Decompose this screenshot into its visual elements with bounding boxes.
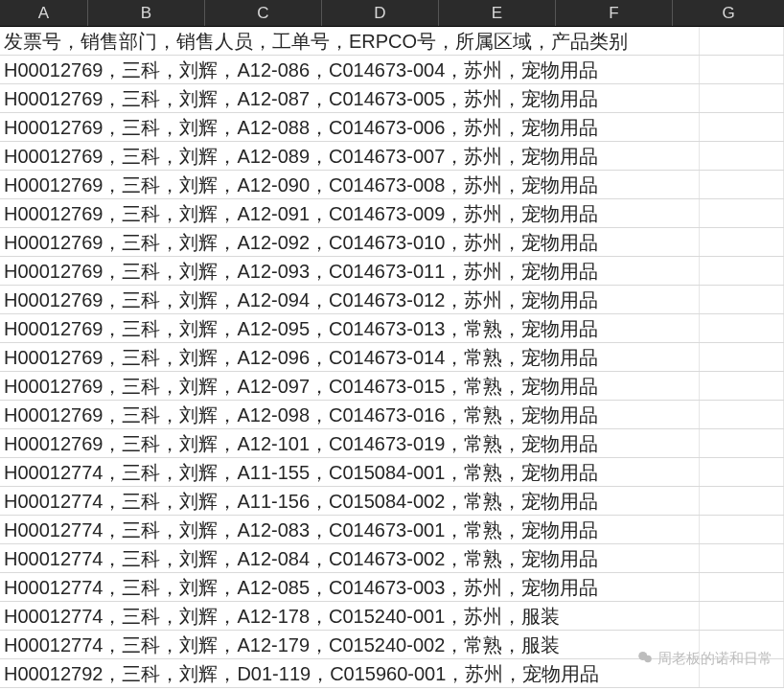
cell-f[interactable] xyxy=(700,544,784,572)
cell-a[interactable]: H00012769，三科，刘辉，A12-093，C014673-011，苏州，宠… xyxy=(0,257,700,285)
cell-a[interactable]: H00012774，三科，刘辉，A12-083，C014673-001，常熟，宠… xyxy=(0,516,700,543)
data-row[interactable]: H00012769，三科，刘辉，A12-092，C014673-010，苏州，宠… xyxy=(0,228,784,257)
cell-f[interactable] xyxy=(700,228,784,256)
data-row[interactable]: H00012774，三科，刘辉，A11-156，C015084-002，常熟，宠… xyxy=(0,487,784,516)
data-row[interactable]: H00012774，三科，刘辉，A12-083，C014673-001，常熟，宠… xyxy=(0,516,784,544)
cell-a[interactable]: H00012769，三科，刘辉，A12-091，C014673-009，苏州，宠… xyxy=(0,199,700,227)
data-row[interactable]: H00012769，三科，刘辉，A12-094，C014673-012，苏州，宠… xyxy=(0,286,784,314)
cell-f[interactable] xyxy=(700,372,784,400)
cell-a[interactable]: H00012774，三科，刘辉，A11-155，C015084-001，常熟，宠… xyxy=(0,458,700,486)
data-row[interactable]: H00012769，三科，刘辉，A12-091，C014673-009，苏州，宠… xyxy=(0,199,784,228)
data-row[interactable]: H00012774，三科，刘辉，A11-155，C015084-001，常熟，宠… xyxy=(0,458,784,487)
cell-a[interactable]: H00012774，三科，刘辉，A12-085，C014673-003，苏州，宠… xyxy=(0,573,700,601)
column-header-b[interactable]: B xyxy=(88,0,205,26)
cell-a[interactable]: H00012769，三科，刘辉，A12-097，C014673-015，常熟，宠… xyxy=(0,372,700,400)
data-row[interactable]: H00012774，三科，刘辉，A12-179，C015240-002，常熟，服… xyxy=(0,631,784,659)
cell-a[interactable]: H00012792，三科，刘辉，D01-119，C015960-001，苏州，宠… xyxy=(0,659,700,687)
cell-a[interactable]: H00012769，三科，刘辉，A12-095，C014673-013，常熟，宠… xyxy=(0,314,700,342)
cell-f[interactable] xyxy=(700,314,784,342)
cell-f[interactable] xyxy=(700,56,784,83)
cell-a[interactable]: H00012769，三科，刘辉，A12-096，C014673-014，常熟，宠… xyxy=(0,343,700,371)
column-header-g[interactable]: G xyxy=(673,0,784,26)
column-header-row: ABCDEFG xyxy=(0,0,784,27)
data-row[interactable]: H00012774，三科，刘辉，A12-178，C015240-001，苏州，服… xyxy=(0,602,784,631)
cell-f[interactable] xyxy=(700,113,784,141)
data-row[interactable]: H00012769，三科，刘辉，A12-086，C014673-004，苏州，宠… xyxy=(0,56,784,84)
data-row[interactable]: H00012774，三科，刘辉，A12-084，C014673-002，常熟，宠… xyxy=(0,544,784,573)
cell-a[interactable]: H00012769，三科，刘辉，A12-086，C014673-004，苏州，宠… xyxy=(0,56,700,83)
cell-a[interactable]: H00012769，三科，刘辉，A12-089，C014673-007，苏州，宠… xyxy=(0,142,700,170)
cell-f[interactable] xyxy=(700,199,784,227)
cell-a[interactable]: H00012774，三科，刘辉，A11-156，C015084-002，常熟，宠… xyxy=(0,487,700,515)
cell-f[interactable] xyxy=(700,142,784,170)
data-row[interactable]: H00012769，三科，刘辉，A12-088，C014673-006，苏州，宠… xyxy=(0,113,784,142)
cell-f[interactable] xyxy=(700,171,784,198)
cell-a[interactable]: H00012769，三科，刘辉，A12-090，C014673-008，苏州，宠… xyxy=(0,171,700,198)
column-header-d[interactable]: D xyxy=(322,0,439,26)
cell-f[interactable] xyxy=(700,631,784,658)
cell-a[interactable]: H00012769，三科，刘辉，A12-101，C014673-019，常熟，宠… xyxy=(0,429,700,457)
data-row[interactable]: H00012792，三科，刘辉，D01-119，C015960-001，苏州，宠… xyxy=(0,659,784,688)
data-row[interactable]: H00012769，三科，刘辉，A12-090，C014673-008，苏州，宠… xyxy=(0,171,784,199)
cell-f[interactable] xyxy=(700,429,784,457)
data-row[interactable]: H00012769，三科，刘辉，A12-095，C014673-013，常熟，宠… xyxy=(0,314,784,343)
cell-f[interactable] xyxy=(700,343,784,371)
column-header-a[interactable]: A xyxy=(0,0,88,26)
cell-a[interactable]: H00012774，三科，刘辉，A12-084，C014673-002，常熟，宠… xyxy=(0,544,700,572)
data-row[interactable]: H00012769，三科，刘辉，A12-089，C014673-007，苏州，宠… xyxy=(0,142,784,171)
cell-a[interactable]: H00012769，三科，刘辉，A12-087，C014673-005，苏州，宠… xyxy=(0,84,700,112)
data-row[interactable]: H00012769，三科，刘辉，A12-098，C014673-016，常熟，宠… xyxy=(0,401,784,429)
cell-f[interactable] xyxy=(700,286,784,313)
column-header-e[interactable]: E xyxy=(439,0,556,26)
cell-a[interactable]: H00012769，三科，刘辉，A12-098，C014673-016，常熟，宠… xyxy=(0,401,700,428)
data-row[interactable]: H00012774，三科，刘辉，A12-085，C014673-003，苏州，宠… xyxy=(0,573,784,602)
cell-a[interactable]: 发票号，销售部门，销售人员，工单号，ERPCO号，所属区域，产品类别 xyxy=(0,27,700,55)
cell-f[interactable] xyxy=(700,458,784,486)
cell-f[interactable] xyxy=(700,401,784,428)
cell-f[interactable] xyxy=(700,257,784,285)
cell-a[interactable]: H00012769，三科，刘辉，A12-092，C014673-010，苏州，宠… xyxy=(0,228,700,256)
data-row[interactable]: H00012769，三科，刘辉，A12-093，C014673-011，苏州，宠… xyxy=(0,257,784,286)
cell-f[interactable] xyxy=(700,487,784,515)
cell-a[interactable]: H00012769，三科，刘辉，A12-094，C014673-012，苏州，宠… xyxy=(0,286,700,313)
cell-f[interactable] xyxy=(700,84,784,112)
cell-f[interactable] xyxy=(700,27,784,55)
spreadsheet-data-area[interactable]: 发票号，销售部门，销售人员，工单号，ERPCO号，所属区域，产品类别H00012… xyxy=(0,27,784,690)
cell-f[interactable] xyxy=(700,659,784,687)
column-header-c[interactable]: C xyxy=(205,0,322,26)
cell-f[interactable] xyxy=(700,602,784,630)
cell-a[interactable]: H00012769，三科，刘辉，A12-088，C014673-006，苏州，宠… xyxy=(0,113,700,141)
cell-f[interactable] xyxy=(700,573,784,601)
data-row[interactable]: H00012769，三科，刘辉，A12-101，C014673-019，常熟，宠… xyxy=(0,429,784,458)
data-row[interactable]: H00012769，三科，刘辉，A12-087，C014673-005，苏州，宠… xyxy=(0,84,784,113)
cell-f[interactable] xyxy=(700,516,784,543)
cell-a[interactable]: H00012774，三科，刘辉，A12-178，C015240-001，苏州，服… xyxy=(0,602,700,630)
data-row[interactable]: H00012769，三科，刘辉，A12-097，C014673-015，常熟，宠… xyxy=(0,372,784,401)
column-header-f[interactable]: F xyxy=(556,0,673,26)
data-row[interactable]: H00012769，三科，刘辉，A12-096，C014673-014，常熟，宠… xyxy=(0,343,784,372)
cell-a[interactable]: H00012774，三科，刘辉，A12-179，C015240-002，常熟，服… xyxy=(0,631,700,658)
data-header-row[interactable]: 发票号，销售部门，销售人员，工单号，ERPCO号，所属区域，产品类别 xyxy=(0,27,784,56)
